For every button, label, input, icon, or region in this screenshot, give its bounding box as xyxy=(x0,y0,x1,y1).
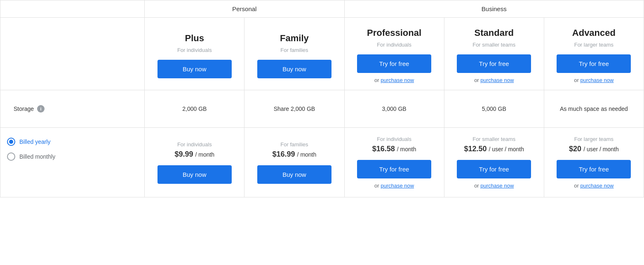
price-amount-professional: $16.58 / month xyxy=(351,145,437,153)
price-amount-plus: $9.99 / month xyxy=(151,150,237,159)
purchase-link-standard[interactable]: purchase now xyxy=(480,77,514,83)
plan-name-plus: Plus xyxy=(151,33,237,44)
pricing-section-row: Billed yearly Billed monthly For individ… xyxy=(0,128,644,197)
personal-group-header: Personal xyxy=(145,0,344,18)
plan-cell-plus: Plus For individuals Buy now xyxy=(145,18,244,90)
or-purchase-bottom-professional: or purchase now xyxy=(351,183,437,189)
billing-monthly-label: Billed monthly xyxy=(19,153,55,160)
or-purchase-bottom-standard: or purchase now xyxy=(451,183,537,189)
cta-top-family[interactable]: Buy now xyxy=(257,60,331,78)
price-amount-advanced: $20 / user / month xyxy=(551,145,637,153)
cta-top-plus[interactable]: Buy now xyxy=(157,60,232,78)
billing-monthly-option[interactable]: Billed monthly xyxy=(7,152,138,161)
pricing-cell-family: For families $16.99 / month Buy now xyxy=(244,128,344,197)
storage-professional: 3,000 GB xyxy=(344,90,444,128)
or-purchase-professional: or purchase now xyxy=(351,77,437,83)
purchase-link-bottom-professional[interactable]: purchase now xyxy=(381,183,414,189)
pricing-cell-professional: For individuals $16.58 / month Try for f… xyxy=(344,128,444,197)
plan-subtitle-standard: For smaller teams xyxy=(451,42,537,48)
plan-name-professional: Professional xyxy=(351,28,437,38)
cta-bottom-plus[interactable]: Buy now xyxy=(157,165,232,184)
purchase-link-advanced[interactable]: purchase now xyxy=(581,77,614,83)
plan-cell-professional: Professional For individuals Try for fre… xyxy=(344,18,444,90)
or-purchase-advanced: or purchase now xyxy=(551,77,637,83)
plan-name-family: Family xyxy=(251,33,337,44)
cta-top-advanced[interactable]: Try for free xyxy=(557,54,631,73)
plan-subtitle-family: For families xyxy=(251,47,337,53)
cta-bottom-standard[interactable]: Try for free xyxy=(457,160,531,178)
radio-yearly-inner xyxy=(9,140,13,144)
plan-name-advanced: Advanced xyxy=(551,28,637,38)
pricing-cell-standard: For smaller teams $12.50 / user / month … xyxy=(444,128,544,197)
storage-row: Storage i 2,000 GB Share 2,000 GB 3,000 … xyxy=(0,90,644,128)
business-group-header: Business xyxy=(344,0,644,18)
radio-monthly-outer xyxy=(7,152,15,161)
plan-subtitle-advanced: For larger teams xyxy=(551,42,637,48)
price-amount-family: $16.99 / month xyxy=(251,150,337,159)
cta-bottom-advanced[interactable]: Try for free xyxy=(557,160,631,178)
or-purchase-bottom-advanced: or purchase now xyxy=(551,183,637,189)
cta-top-professional[interactable]: Try for free xyxy=(357,54,431,73)
radio-yearly-outer xyxy=(7,138,15,146)
empty-header xyxy=(0,0,145,18)
plan-subtitle-professional: For individuals xyxy=(351,42,437,48)
plan-name-standard: Standard xyxy=(451,28,537,38)
billing-options-cell: Billed yearly Billed monthly xyxy=(0,128,145,197)
cta-bottom-professional[interactable]: Try for free xyxy=(357,160,431,178)
plan-header-row: Plus For individuals Buy now Family For … xyxy=(0,18,644,90)
purchase-link-professional[interactable]: purchase now xyxy=(381,77,414,83)
price-subtitle-advanced: For larger teams xyxy=(551,136,637,142)
billing-yearly-option[interactable]: Billed yearly xyxy=(7,138,138,146)
storage-advanced: As much space as needed xyxy=(544,90,644,128)
group-header-row: Personal Business xyxy=(0,0,644,18)
plan-cell-advanced: Advanced For larger teams Try for free o… xyxy=(544,18,644,90)
purchase-link-bottom-standard[interactable]: purchase now xyxy=(480,183,514,189)
storage-standard: 5,000 GB xyxy=(444,90,544,128)
plan-cell-standard: Standard For smaller teams Try for free … xyxy=(444,18,544,90)
billing-options: Billed yearly Billed monthly xyxy=(7,138,138,161)
pricing-cell-plus: For individuals $9.99 / month Buy now xyxy=(145,128,244,197)
cta-bottom-family[interactable]: Buy now xyxy=(257,165,331,184)
storage-family: Share 2,000 GB xyxy=(244,90,344,128)
price-subtitle-professional: For individuals xyxy=(351,136,437,142)
price-amount-standard: $12.50 / user / month xyxy=(451,145,537,153)
billing-yearly-label: Billed yearly xyxy=(19,138,50,145)
pricing-cell-advanced: For larger teams $20 / user / month Try … xyxy=(544,128,644,197)
storage-label-cell: Storage i xyxy=(0,90,145,128)
plan-cell-family: Family For families Buy now xyxy=(244,18,344,90)
or-purchase-standard: or purchase now xyxy=(451,77,537,83)
cta-top-standard[interactable]: Try for free xyxy=(457,54,531,73)
storage-info-icon[interactable]: i xyxy=(37,105,45,113)
label-cell-empty xyxy=(0,18,145,90)
storage-plus: 2,000 GB xyxy=(145,90,244,128)
price-subtitle-standard: For smaller teams xyxy=(451,136,537,142)
pricing-table: Personal Business Plus For individuals B… xyxy=(0,0,644,197)
price-subtitle-family: For families xyxy=(251,141,337,148)
price-subtitle-plus: For individuals xyxy=(151,141,237,148)
purchase-link-bottom-advanced[interactable]: purchase now xyxy=(581,183,614,189)
storage-label: Storage xyxy=(14,106,34,112)
plan-subtitle-plus: For individuals xyxy=(151,47,237,53)
